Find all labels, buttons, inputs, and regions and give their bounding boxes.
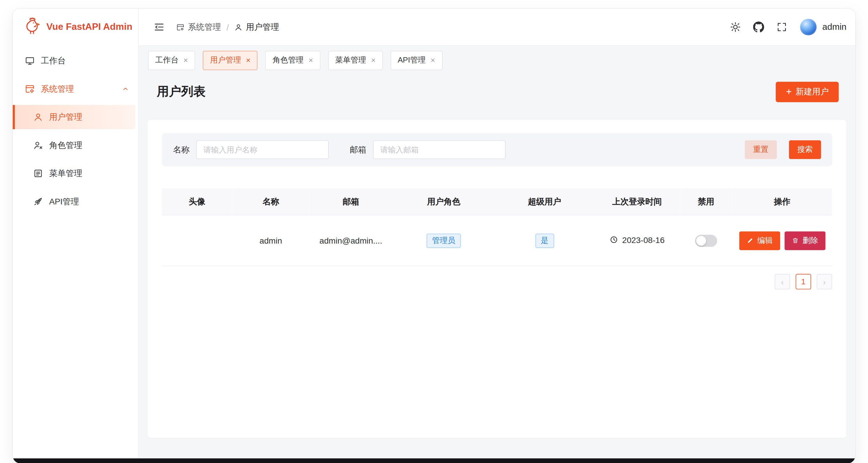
delete-button[interactable]: 删除 (784, 231, 825, 250)
breadcrumb-label: 系统管理 (188, 22, 221, 32)
email-filter-label: 邮箱 (350, 144, 366, 155)
column-role: 用户角色 (393, 189, 495, 215)
new-user-button-label: 新建用户 (796, 87, 829, 97)
main-area: 系统管理 / 用户管理 (139, 9, 855, 463)
breadcrumb-label: 用户管理 (246, 22, 279, 32)
tab-workbench[interactable]: 工作台 × (148, 51, 195, 70)
close-icon[interactable]: × (430, 56, 435, 64)
email-filter-input[interactable] (373, 140, 505, 159)
cell-email: admin@admin.... (309, 215, 393, 266)
page-title: 用户列表 (157, 84, 206, 100)
sidebar: Vue FastAPI Admin 工作台 (13, 9, 139, 463)
role-tag: 管理员 (427, 233, 461, 248)
column-superuser: 超级用户 (495, 189, 594, 215)
table-header-row: 头像 名称 邮箱 用户角色 超级用户 上次登录时间 禁用 操作 (162, 189, 832, 215)
menu-list-icon (33, 168, 43, 178)
close-icon[interactable]: × (371, 56, 376, 64)
avatar (800, 19, 817, 35)
cell-last-login: 2023-08-16 (594, 215, 680, 266)
theme-sun-icon (730, 22, 741, 32)
sidebar-item-label: API管理 (49, 196, 79, 207)
breadcrumb-item-user[interactable]: 用户管理 (234, 22, 279, 32)
pagination-prev-button[interactable]: ‹ (775, 274, 790, 289)
window-bottom-bar (13, 458, 855, 463)
sidebar-item-label: 角色管理 (49, 140, 82, 151)
plus-icon: + (786, 87, 792, 96)
sidebar-menu: 工作台 系统管理 (13, 45, 138, 221)
user-menu[interactable]: admin (800, 19, 846, 35)
column-disabled: 禁用 (680, 189, 732, 215)
tab-menu-management[interactable]: 菜单管理 × (328, 51, 383, 70)
sidebar-item-label: 工作台 (41, 56, 66, 66)
sidebar-item-api-management[interactable]: API管理 (13, 189, 138, 213)
tab-role-management[interactable]: 角色管理 × (266, 51, 320, 70)
search-button[interactable]: 搜索 (789, 140, 821, 159)
sidebar-item-system[interactable]: 系统管理 (13, 77, 138, 101)
disabled-toggle[interactable] (695, 234, 717, 246)
close-icon[interactable]: × (246, 56, 250, 64)
app-window: Vue FastAPI Admin 工作台 (13, 9, 855, 463)
column-actions: 操作 (732, 189, 832, 215)
edit-button-label: 编辑 (757, 236, 773, 246)
sidebar-item-menu-management[interactable]: 菜单管理 (13, 161, 138, 186)
pagination-next-button[interactable]: › (817, 274, 832, 289)
tab-label: API管理 (398, 55, 426, 65)
cell-actions: 编辑 删除 (732, 215, 832, 266)
chevron-left-icon: ‹ (781, 277, 784, 286)
filter-bar: 名称 邮箱 重置 搜索 (162, 133, 832, 166)
tab-user-management[interactable]: 用户管理 × (203, 51, 258, 70)
breadcrumb-separator: / (226, 23, 229, 32)
cell-name: admin (232, 215, 309, 266)
close-icon[interactable]: × (184, 56, 188, 64)
last-login-value: 2023-08-16 (622, 235, 665, 244)
header-actions: admin (726, 18, 846, 37)
theme-toggle-button[interactable] (726, 18, 745, 37)
cell-superuser: 是 (495, 215, 594, 266)
collapse-sidebar-button[interactable] (150, 18, 169, 37)
sidebar-item-label: 用户管理 (49, 112, 82, 122)
username: admin (822, 22, 846, 32)
workbench-icon (25, 56, 35, 66)
sidebar-item-user-management[interactable]: 用户管理 (13, 105, 135, 129)
page-content: 用户列表 + 新建用户 名称 邮箱 重置 搜索 (139, 75, 855, 463)
user-icon (234, 23, 243, 31)
sidebar-item-workbench[interactable]: 工作台 (13, 49, 138, 73)
sidebar-item-role-management[interactable]: 角色管理 (13, 133, 138, 157)
reset-button[interactable]: 重置 (745, 140, 777, 159)
new-user-button[interactable]: + 新建用户 (776, 81, 839, 102)
cell-role: 管理员 (393, 215, 495, 266)
toggle-knob (696, 236, 706, 246)
collapse-sidebar-icon (154, 22, 165, 32)
system-settings-icon (176, 23, 184, 31)
column-name: 名称 (232, 189, 309, 215)
breadcrumb-item-system[interactable]: 系统管理 (176, 22, 221, 32)
app-logo[interactable]: Vue FastAPI Admin (13, 9, 138, 45)
chevron-right-icon: › (823, 277, 826, 286)
name-filter-label: 名称 (173, 144, 189, 155)
close-icon[interactable]: × (309, 56, 313, 64)
rooster-logo-icon (23, 16, 41, 37)
fullscreen-icon (777, 22, 787, 32)
pencil-icon (746, 237, 753, 244)
edit-button[interactable]: 编辑 (739, 231, 780, 250)
github-link-button[interactable] (749, 18, 768, 37)
column-email: 邮箱 (309, 189, 393, 215)
page-header: 用户列表 + 新建用户 (139, 75, 855, 109)
fullscreen-button[interactable] (773, 18, 792, 37)
pagination-page-1[interactable]: 1 (796, 274, 811, 289)
tab-label: 角色管理 (273, 55, 304, 65)
delete-button-label: 删除 (803, 236, 818, 246)
user-list-card: 名称 邮箱 重置 搜索 (148, 120, 846, 438)
system-settings-icon (25, 84, 35, 94)
chevron-up-icon (122, 85, 129, 93)
tab-label: 用户管理 (210, 55, 241, 65)
superuser-tag: 是 (535, 233, 554, 248)
tab-api-management[interactable]: API管理 × (391, 51, 442, 70)
name-filter-input[interactable] (196, 140, 329, 159)
trash-icon (792, 237, 799, 244)
cell-disabled (680, 215, 732, 266)
top-header: 系统管理 / 用户管理 (139, 9, 855, 46)
column-avatar: 头像 (162, 189, 232, 215)
tab-label: 菜单管理 (335, 55, 366, 65)
sidebar-item-label: 菜单管理 (49, 168, 82, 179)
